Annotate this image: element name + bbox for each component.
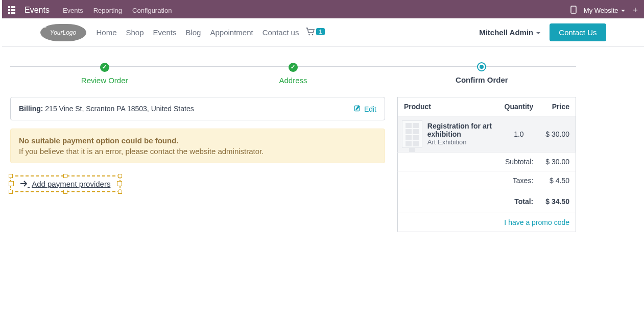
- admin-app-name[interactable]: Events: [25, 6, 50, 15]
- th-quantity: Quantity: [498, 97, 540, 116]
- product-variant: Art Exhibition: [427, 138, 495, 146]
- billing-address: 215 Vine St, Scranton PA 18503, United S…: [45, 105, 194, 113]
- taxes-label: Taxes:: [398, 171, 540, 190]
- user-menu[interactable]: Mitchell Admin: [479, 28, 540, 37]
- site-header: YourLogo Home Shop Events Blog Appointme…: [2, 18, 644, 47]
- editor-selection[interactable]: Add payment providers: [10, 175, 121, 192]
- order-line: Registration for art exhibition Art Exhi…: [398, 116, 576, 152]
- nav-contact[interactable]: Contact us: [263, 28, 299, 37]
- apps-icon[interactable]: [8, 6, 16, 14]
- step-address-label[interactable]: Address: [199, 76, 387, 85]
- cart-button[interactable]: 1: [306, 28, 324, 38]
- nav-shop[interactable]: Shop: [126, 28, 144, 37]
- nav-home[interactable]: Home: [97, 28, 117, 37]
- total-value: $ 34.50: [539, 190, 576, 213]
- mobile-icon[interactable]: [570, 6, 577, 15]
- product-name: Registration for art exhibition: [427, 122, 495, 138]
- order-summary-table: Product Quantity Price Registration for …: [397, 97, 576, 232]
- taxes-value: $ 4.50: [539, 171, 576, 190]
- subtotal-value: $ 30.00: [539, 152, 576, 171]
- billing-card: Edit Billing: 215 Vine St, Scranton PA 1…: [10, 97, 385, 120]
- svg-point-3: [312, 34, 314, 35]
- step-address-icon: [289, 63, 298, 72]
- promo-code-link[interactable]: I have a promo code: [504, 218, 569, 226]
- billing-label: Billing:: [19, 105, 43, 113]
- subtotal-label: Subtotal:: [398, 152, 540, 171]
- alert-title: No suitable payment option could be foun…: [19, 136, 376, 145]
- nav-appointment[interactable]: Appointment: [210, 28, 253, 37]
- admin-menu-configuration[interactable]: Configuration: [132, 7, 172, 14]
- step-review-icon: [100, 63, 109, 72]
- svg-point-2: [309, 34, 311, 35]
- new-button[interactable]: +: [632, 5, 638, 16]
- product-price: $ 30.00: [539, 116, 576, 152]
- admin-menu-events[interactable]: Events: [63, 7, 83, 14]
- step-confirm-label: Confirm Order: [388, 75, 576, 84]
- svg-point-1: [573, 11, 574, 12]
- product-thumbnail: [402, 120, 422, 148]
- product-qty: 1.0: [498, 116, 540, 152]
- checkout-steps: Review Order Address Confirm Order: [10, 62, 576, 85]
- website-switcher[interactable]: My Website: [584, 7, 626, 14]
- admin-bar: Events Events Reporting Configuration My…: [2, 0, 644, 18]
- contact-us-button[interactable]: Contact Us: [550, 23, 606, 41]
- cart-badge: 1: [316, 28, 324, 35]
- step-confirm-icon: [477, 62, 486, 71]
- nav-blog[interactable]: Blog: [185, 28, 201, 37]
- edit-icon: [354, 105, 363, 113]
- step-review-label[interactable]: Review Order: [10, 76, 199, 85]
- alert-body: If you believe that it is an error, plea…: [19, 147, 376, 156]
- total-label: Total:: [398, 190, 540, 213]
- edit-billing-link[interactable]: Edit: [354, 105, 376, 113]
- th-price: Price: [539, 97, 576, 116]
- nav-events[interactable]: Events: [153, 28, 177, 37]
- add-payment-providers-link[interactable]: Add payment providers: [20, 180, 110, 188]
- th-product: Product: [398, 97, 498, 116]
- admin-menu-reporting[interactable]: Reporting: [93, 7, 122, 14]
- arrow-right-icon: [20, 180, 30, 188]
- site-logo[interactable]: YourLogo: [40, 24, 86, 41]
- payment-warning-alert: No suitable payment option could be foun…: [10, 129, 385, 163]
